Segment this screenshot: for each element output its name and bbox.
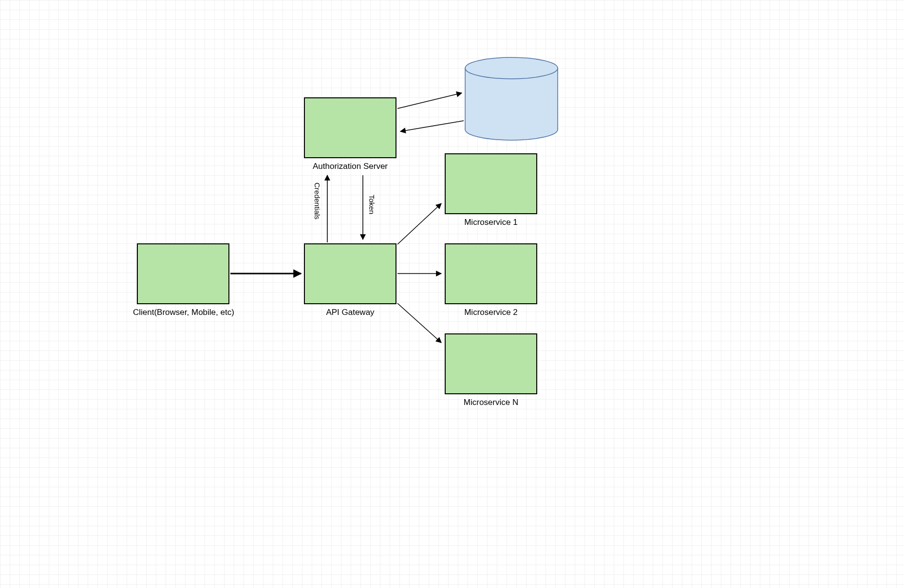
user-store-cylinder [465,57,558,140]
ms1-box [445,153,537,214]
api-gateway-box [304,243,396,304]
token-label: Token [368,195,376,214]
ms2-label: Microservice 2 [445,308,537,317]
svg-point-4 [465,57,558,79]
edge-gateway-to-msN [397,303,441,343]
edge-store-to-auth [400,121,464,131]
user-store-label: User Data Store [465,105,557,115]
edge-auth-to-store [397,93,462,109]
client-label: Client(Browser, Mobile, etc) [133,308,240,317]
msN-box [445,333,537,394]
client-box [137,243,229,304]
msN-label: Microservice N [445,398,537,407]
ms1-label: Microservice 1 [445,218,537,227]
svg-point-0 [465,119,558,140]
api-gateway-label: API Gateway [304,308,396,317]
svg-rect-1 [465,68,558,129]
auth-server-label: Authorization Server [304,162,396,171]
auth-server-box [304,97,396,158]
edge-gateway-to-ms1 [397,203,441,244]
ms2-box [445,243,537,304]
diagram-canvas: Client(Browser, Mobile, etc) Authorizati… [0,0,904,588]
credentials-label: Credentials [313,183,321,220]
